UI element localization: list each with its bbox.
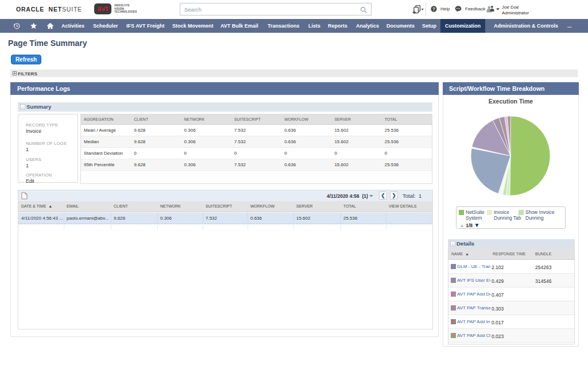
svg-text:?: ? — [432, 6, 435, 12]
